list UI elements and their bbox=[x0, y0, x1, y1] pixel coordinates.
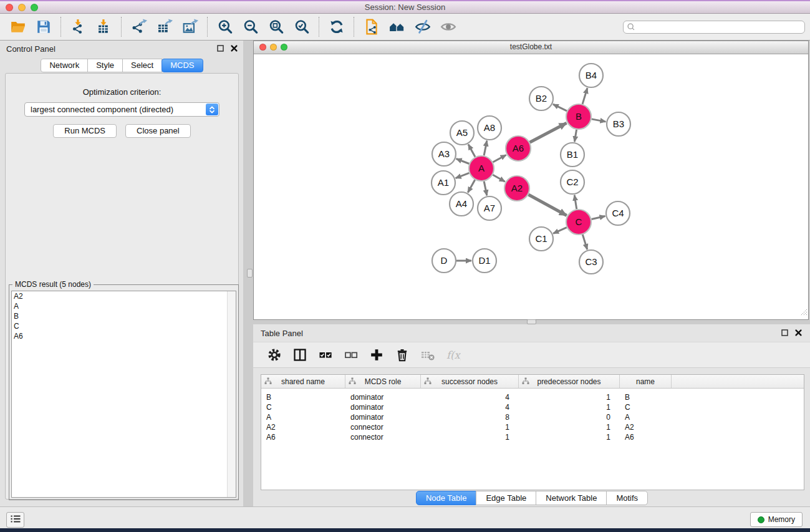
toolbar-graphics-details-button[interactable] bbox=[410, 16, 435, 38]
graph-edge-A-A6[interactable] bbox=[493, 155, 506, 162]
table-row[interactable]: Cdominator41C bbox=[261, 402, 804, 412]
table-toolbar-columns-button[interactable] bbox=[291, 346, 309, 364]
table-cell[interactable]: A bbox=[620, 413, 672, 422]
table-cell[interactable]: A2 bbox=[261, 423, 345, 432]
graph-node-D1[interactable]: D1 bbox=[473, 249, 496, 273]
graph-edge-A2-C[interactable] bbox=[528, 195, 566, 215]
table-cell[interactable]: 1 bbox=[519, 393, 620, 402]
table-toolbar-select-all-button[interactable] bbox=[317, 346, 334, 364]
network-minimize-button[interactable] bbox=[270, 44, 277, 51]
table-cell[interactable]: C bbox=[620, 403, 672, 412]
column-header-successor-nodes[interactable]: successor nodes bbox=[421, 375, 519, 388]
graph-node-C4[interactable]: C4 bbox=[606, 201, 630, 225]
graph-node-A4[interactable]: A4 bbox=[450, 192, 473, 216]
toolbar-export-image-button[interactable] bbox=[177, 16, 203, 38]
graph-edge-C-C4[interactable] bbox=[591, 216, 605, 220]
result-item[interactable]: B bbox=[12, 311, 236, 321]
graph-node-A6[interactable]: A6 bbox=[506, 136, 531, 161]
graph-node-A1[interactable]: A1 bbox=[432, 171, 455, 195]
graph-node-A3[interactable]: A3 bbox=[432, 142, 456, 166]
close-panel-icon[interactable] bbox=[230, 44, 238, 52]
toolbar-zoom-out-button[interactable] bbox=[238, 16, 263, 38]
graph-node-C1[interactable]: C1 bbox=[529, 227, 553, 251]
panel-menu-button[interactable] bbox=[6, 512, 24, 528]
graph-edge-A-A7[interactable] bbox=[484, 181, 487, 196]
table-cell[interactable]: connector bbox=[345, 433, 421, 442]
vertical-split-handle[interactable] bbox=[247, 269, 253, 278]
table-cell[interactable]: connector bbox=[345, 423, 421, 432]
close-window-button[interactable] bbox=[6, 4, 13, 11]
toolbar-open-session-button[interactable] bbox=[5, 16, 31, 38]
close-panel-button[interactable]: Close panel bbox=[125, 124, 191, 138]
result-item[interactable]: A6 bbox=[12, 331, 236, 341]
table-cell[interactable]: A6 bbox=[620, 433, 672, 442]
graph-node-B1[interactable]: B1 bbox=[561, 143, 584, 167]
graph-node-A7[interactable]: A7 bbox=[478, 196, 501, 220]
table-row[interactable]: A2connector11A2 bbox=[261, 422, 804, 432]
graph-edge-C-C1[interactable] bbox=[553, 228, 567, 234]
criterion-dropdown[interactable]: largest connected component (directed) bbox=[24, 102, 219, 117]
toolbar-import-network-button[interactable] bbox=[65, 16, 91, 38]
graph-edge-B-B3[interactable] bbox=[592, 119, 606, 122]
run-mcds-button[interactable]: Run MCDS bbox=[53, 124, 117, 138]
table-toolbar-add-row-button[interactable] bbox=[368, 346, 385, 364]
table-cell[interactable]: C bbox=[261, 403, 345, 412]
table-cell[interactable]: 1 bbox=[519, 423, 620, 432]
horizontal-split-handle[interactable] bbox=[527, 319, 536, 324]
network-zoom-button[interactable] bbox=[281, 44, 287, 51]
table-cell[interactable]: 1 bbox=[421, 433, 519, 442]
graph-edge-A-A1[interactable] bbox=[456, 173, 470, 178]
tab-node-table[interactable]: Node Table bbox=[416, 491, 477, 505]
table-cell[interactable]: A2 bbox=[620, 423, 672, 432]
toolbar-show-panels-button[interactable] bbox=[384, 16, 410, 38]
column-header-MCDS-role[interactable]: MCDS role bbox=[345, 375, 421, 388]
graph-edge-B-B1[interactable] bbox=[574, 130, 576, 142]
table-toolbar-clear-selection-button[interactable] bbox=[342, 346, 360, 364]
graph-node-A5[interactable]: A5 bbox=[450, 121, 474, 145]
memory-button[interactable]: Memory bbox=[750, 512, 803, 527]
toolbar-zoom-fit-button[interactable] bbox=[263, 16, 289, 38]
table-cell[interactable]: B bbox=[261, 393, 345, 402]
toolbar-zoom-in-button[interactable] bbox=[212, 16, 238, 38]
zoom-window-button[interactable] bbox=[31, 4, 38, 11]
graph-edge-A-A5[interactable] bbox=[468, 144, 475, 157]
toolbar-export-network-button[interactable] bbox=[126, 16, 152, 38]
toolbar-import-table-button[interactable] bbox=[91, 16, 117, 38]
table-cell[interactable]: 1 bbox=[519, 403, 620, 412]
table-cell[interactable]: A bbox=[261, 413, 345, 422]
table-cell[interactable]: 0 bbox=[519, 413, 620, 422]
tab-select[interactable]: Select bbox=[122, 59, 162, 72]
table-toolbar-delete-row-button[interactable] bbox=[393, 346, 411, 364]
graph-edge-B-B4[interactable] bbox=[582, 88, 587, 104]
graph-node-A2[interactable]: A2 bbox=[504, 176, 529, 201]
float-table-panel-icon[interactable] bbox=[781, 329, 789, 337]
graph-node-C3[interactable]: C3 bbox=[579, 250, 603, 274]
graph-node-D[interactable]: D bbox=[432, 249, 456, 273]
graph-node-A[interactable]: A bbox=[469, 156, 494, 181]
close-table-panel-icon[interactable] bbox=[794, 329, 803, 337]
toolbar-export-table-button[interactable] bbox=[152, 16, 177, 38]
graph-node-B[interactable]: B bbox=[566, 104, 591, 129]
graph-edge-A-A4[interactable] bbox=[468, 180, 475, 192]
tab-network[interactable]: Network bbox=[41, 59, 88, 72]
graph-node-A8[interactable]: A8 bbox=[478, 116, 501, 140]
minimize-window-button[interactable] bbox=[18, 4, 26, 11]
table-row[interactable]: A6connector11A6 bbox=[261, 432, 804, 442]
tab-edge-table[interactable]: Edge Table bbox=[476, 491, 536, 505]
table-cell[interactable]: A6 bbox=[261, 433, 345, 442]
table-cell[interactable]: 1 bbox=[519, 433, 620, 442]
tab-style[interactable]: Style bbox=[87, 59, 123, 72]
search-box[interactable] bbox=[623, 21, 805, 34]
tab-network-table[interactable]: Network Table bbox=[536, 491, 607, 505]
column-header-shared-name[interactable]: shared name bbox=[261, 375, 345, 388]
float-panel-icon[interactable] bbox=[216, 44, 224, 52]
graph-edge-A-A8[interactable] bbox=[484, 141, 487, 156]
table-cell[interactable]: dominator bbox=[345, 413, 421, 422]
graph-edge-A6-B[interactable] bbox=[530, 123, 567, 142]
graph-edge-C-C2[interactable] bbox=[574, 195, 577, 210]
table-row[interactable]: Bdominator41B bbox=[261, 392, 804, 402]
graph-node-B2[interactable]: B2 bbox=[529, 87, 553, 110]
network-window-titlebar[interactable]: testGlobe.txt bbox=[254, 41, 808, 54]
mcds-result-list[interactable]: A2ABCA6 bbox=[11, 291, 236, 498]
resize-grip-icon[interactable] bbox=[799, 307, 808, 319]
